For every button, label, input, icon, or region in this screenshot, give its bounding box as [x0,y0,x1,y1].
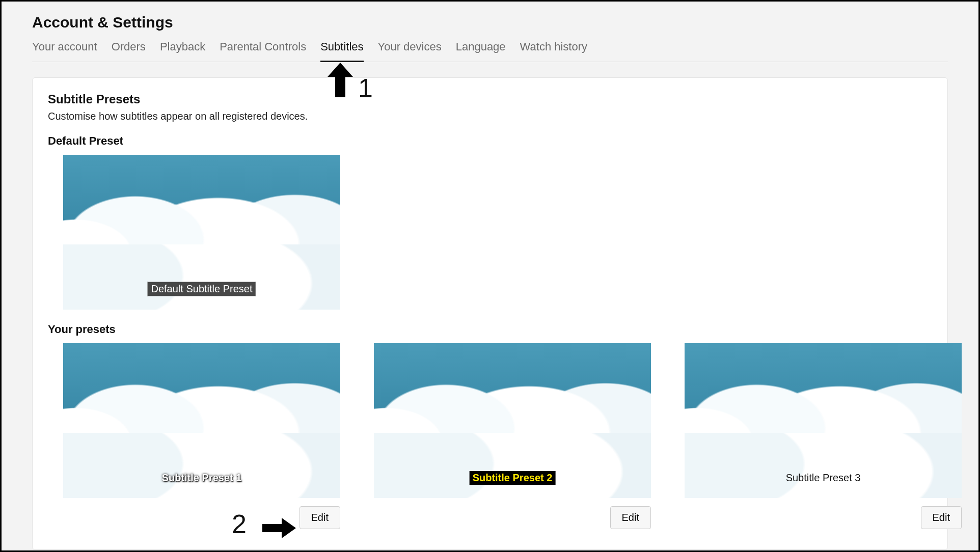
settings-tabs: Your account Orders Playback Parental Co… [32,38,948,62]
preset-1-caption: Subtitle Preset 1 [159,471,245,485]
preset-2-caption: Subtitle Preset 2 [470,471,556,485]
tab-watch-history[interactable]: Watch history [520,38,587,62]
preset-1-edit-button[interactable]: Edit [300,506,340,529]
preset-2-card: Subtitle Preset 2 Edit [359,343,651,529]
your-presets-heading: Your presets [48,323,932,336]
tab-playback[interactable]: Playback [160,38,205,62]
tab-parental-controls[interactable]: Parental Controls [220,38,306,62]
subtitles-panel: Subtitle Presets Customise how subtitles… [32,77,948,550]
tab-your-account[interactable]: Your account [32,38,97,62]
page-title: Account & Settings [32,14,948,31]
tab-orders[interactable]: Orders [112,38,146,62]
tab-your-devices[interactable]: Your devices [378,38,442,62]
preset-3-edit-button[interactable]: Edit [921,506,962,529]
preset-1-preview[interactable]: Subtitle Preset 1 [63,343,340,498]
default-preset-caption: Default Subtitle Preset [148,282,256,296]
preset-3-preview[interactable]: Subtitle Preset 3 [685,343,962,498]
preset-3-caption: Subtitle Preset 3 [783,471,864,485]
preset-2-preview[interactable]: Subtitle Preset 2 [374,343,651,498]
subtitle-presets-description: Customise how subtitles appear on all re… [48,111,932,122]
preset-3-card: Subtitle Preset 3 Edit [669,343,962,529]
preset-2-edit-button[interactable]: Edit [610,506,651,529]
tab-language[interactable]: Language [456,38,506,62]
default-preset-heading: Default Preset [48,134,932,148]
tab-subtitles[interactable]: Subtitles [320,38,363,62]
default-preset-preview[interactable]: Default Subtitle Preset [63,155,340,310]
default-preset-card: Default Subtitle Preset [48,155,340,310]
subtitle-presets-heading: Subtitle Presets [48,92,932,106]
preset-1-card: Subtitle Preset 1 Edit [48,343,340,529]
